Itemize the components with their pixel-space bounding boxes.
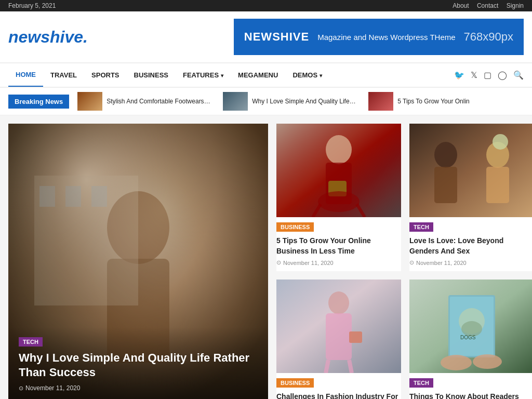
logo[interactable]: newshive.: [8, 28, 88, 47]
svg-point-20: [493, 134, 508, 150]
article-title-4: Things To Know About Readers: [409, 392, 532, 399]
article-image-4: DOGS: [409, 280, 532, 373]
article-body-1: BUSINESS 5 Tips To Grow Your Online Busi…: [276, 217, 401, 271]
featured-title: Why I Love Simple And Quality Life Rathe…: [19, 351, 258, 380]
article-image-3: [276, 280, 401, 373]
featured-category: TECH: [19, 337, 43, 347]
nav-links: HOME TRAVEL SPORTS BUSINESS FEATURES MEG…: [8, 63, 454, 87]
svg-rect-6: [65, 186, 81, 207]
article-card-3[interactable]: BUSINESS Challenges In Fashion Industry …: [276, 280, 401, 399]
breaking-title-2: Why I Love Simple And Quality Life Rathe…: [252, 98, 356, 105]
featured-overlay: TECH Why I Love Simple And Quality Life …: [8, 327, 268, 399]
nav-home[interactable]: HOME: [8, 63, 43, 87]
signin-link[interactable]: Signin: [507, 2, 524, 9]
svg-point-34: [473, 354, 502, 369]
breaking-title-1: Stylish And Comfortable Footwears At Bes…: [107, 98, 210, 105]
article-image-2: [409, 124, 532, 217]
svg-point-12: [318, 191, 360, 212]
nav-demos[interactable]: DEMOS: [285, 64, 329, 86]
featured-excerpt: Lorem ipsum dolor sit amet, consectetur …: [19, 397, 258, 399]
breaking-item-3[interactable]: 5 Tips To Grow Your Onlin: [368, 92, 470, 111]
article-date-1: November 11, 2020: [276, 259, 401, 266]
article-image-1: [276, 124, 401, 217]
logo-dot: .: [83, 28, 88, 46]
article-title-3: Challenges In Fashion Industry For New C…: [276, 392, 401, 399]
article-body-3: BUSINESS Challenges In Fashion Industry …: [276, 373, 401, 399]
contact-link[interactable]: Contact: [477, 2, 498, 9]
features-chevron-icon: [221, 71, 223, 79]
featured-article[interactable]: TECH Why I Love Simple And Quality Life …: [8, 124, 268, 399]
logo-part2: hive: [50, 28, 83, 46]
facebook-icon[interactable]: 🐦: [454, 70, 464, 80]
article-title-1: 5 Tips To Grow Your Online Business In L…: [276, 236, 401, 256]
pinterest-icon[interactable]: ◯: [498, 70, 507, 80]
nav-travel[interactable]: TRAVEL: [43, 64, 84, 86]
article-card-4[interactable]: DOGS TECH Things To Know About Readers N…: [409, 280, 532, 399]
top-bar-links: About Contact Signin: [446, 2, 524, 9]
top-bar: February 5, 2021 About Contact Signin: [0, 0, 532, 11]
nav-features[interactable]: FEATURES: [176, 64, 231, 86]
logo-part1: news: [8, 28, 50, 46]
article-title-2: Love Is Love: Love Beyond Genders And Se…: [409, 236, 532, 256]
main-content: TECH Why I Love Simple And Quality Life …: [0, 115, 532, 399]
breaking-item-2[interactable]: Why I Love Simple And Quality Life Rathe…: [223, 92, 356, 111]
clock-icon: [19, 384, 23, 392]
nav-business[interactable]: BUSINESS: [127, 64, 176, 86]
svg-line-26: [349, 360, 352, 373]
clock-icon-a2: [409, 259, 414, 266]
article-card-1[interactable]: BUSINESS 5 Tips To Grow Your Online Busi…: [276, 124, 401, 271]
breaking-item-1[interactable]: Stylish And Comfortable Footwears At Bes…: [77, 92, 210, 111]
svg-point-16: [434, 142, 457, 168]
article-category-2: TECH: [409, 222, 433, 232]
article-category-4: TECH: [409, 378, 433, 388]
breaking-thumb-2: [223, 92, 248, 111]
article-body-2: TECH Love Is Love: Love Beyond Genders A…: [409, 217, 532, 271]
svg-point-9: [326, 135, 352, 164]
logo-text: newshive.: [8, 28, 88, 47]
svg-rect-18: [434, 167, 457, 203]
article-category-3: BUSINESS: [276, 378, 314, 388]
article-category-1: BUSINESS: [276, 222, 314, 232]
top-bar-date: February 5, 2021: [8, 2, 56, 9]
svg-rect-23: [326, 313, 352, 360]
breaking-news-bar: Breaking News Stylish And Comfortable Fo…: [0, 88, 532, 115]
ad-banner-size: 768x90px: [464, 30, 513, 44]
demos-chevron-icon: [320, 71, 322, 79]
ad-banner-text: Magazine and News Wordpress THeme: [317, 32, 455, 43]
svg-point-33: [441, 355, 472, 370]
nav-sports[interactable]: SPORTS: [84, 64, 126, 86]
nav-megamenu[interactable]: MEGAMENU: [231, 64, 285, 86]
article-card-2[interactable]: TECH Love Is Love: Love Beyond Genders A…: [409, 124, 532, 271]
nav-social: 🐦 𝕏 ▢ ◯: [454, 70, 507, 80]
svg-rect-15: [409, 124, 532, 217]
article-body-4: TECH Things To Know About Readers Novemb…: [409, 373, 532, 399]
breaking-news-items: Stylish And Comfortable Footwears At Bes…: [77, 92, 524, 111]
ad-banner: NEWSHIVE Magazine and News Wordpress THe…: [234, 19, 524, 55]
svg-rect-19: [486, 167, 509, 203]
nav: HOME TRAVEL SPORTS BUSINESS FEATURES MEG…: [0, 62, 532, 88]
featured-date: November 11, 2020: [19, 384, 258, 392]
svg-line-25: [326, 360, 328, 373]
svg-text:DOGS: DOGS: [460, 335, 476, 340]
svg-point-22: [328, 291, 349, 314]
instagram-icon[interactable]: ▢: [484, 70, 491, 80]
ad-banner-brand: NEWSHIVE: [244, 30, 309, 44]
svg-rect-5: [39, 186, 55, 207]
header: newshive. NEWSHIVE Magazine and News Wor…: [0, 11, 532, 62]
twitter-icon[interactable]: 𝕏: [471, 70, 477, 80]
search-icon[interactable]: 🔍: [513, 70, 524, 80]
about-link[interactable]: About: [453, 2, 469, 9]
svg-rect-24: [349, 331, 362, 343]
breaking-thumb-3: [368, 92, 393, 111]
breaking-news-label: Breaking News: [8, 95, 69, 109]
breaking-thumb-1: [77, 92, 102, 111]
svg-rect-7: [91, 186, 107, 207]
articles-grid: BUSINESS 5 Tips To Grow Your Online Busi…: [276, 124, 532, 399]
article-date-2: November 11, 2020: [409, 259, 532, 266]
breaking-title-3: 5 Tips To Grow Your Onlin: [397, 98, 470, 105]
clock-icon-a1: [276, 259, 281, 266]
